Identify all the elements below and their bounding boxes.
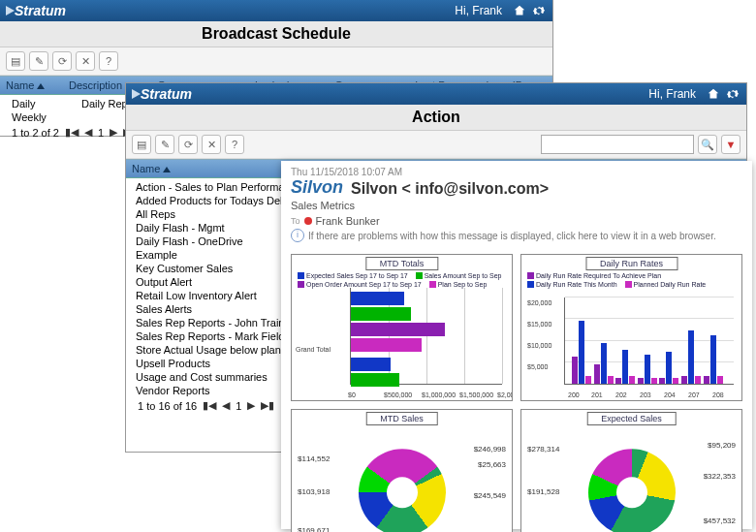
user-greeting: Hi, Frank bbox=[455, 4, 502, 17]
cancel-icon[interactable]: ✕ bbox=[76, 51, 95, 71]
settings-gear-icon[interactable] bbox=[531, 3, 547, 18]
email-to: Frank Bunker bbox=[316, 215, 380, 227]
home-icon[interactable] bbox=[512, 3, 527, 18]
new-icon[interactable]: ▤ bbox=[6, 51, 25, 71]
pager-prev-icon[interactable]: ◀ bbox=[84, 126, 92, 139]
new-icon[interactable]: ▤ bbox=[132, 135, 151, 154]
pager-next-icon[interactable]: ▶ bbox=[110, 126, 117, 139]
titlebar: Stratum Hi, Frank bbox=[126, 83, 746, 105]
presence-dot-icon bbox=[304, 217, 312, 225]
chart-title: MTD Sales bbox=[365, 412, 438, 425]
brand-logo: Silvon bbox=[291, 177, 343, 198]
email-to-row: To Frank Bunker bbox=[291, 215, 742, 227]
chart-expected-sales: Expected Sales $278,314 $191,528 $95,209… bbox=[520, 409, 742, 532]
pager-text: 1 to 16 of 16 bbox=[138, 400, 197, 412]
chart-daily-run-rates: Daily Run Rates Daily Run Rate Required … bbox=[520, 254, 742, 401]
help-icon[interactable]: ? bbox=[225, 135, 244, 154]
titlebar: Stratum Hi, Frank bbox=[0, 0, 552, 21]
brand-name: Stratum bbox=[141, 86, 192, 102]
pager-text: 1 to 2 of 2 bbox=[12, 127, 59, 139]
search-icon[interactable]: 🔍 bbox=[698, 135, 717, 154]
brand-arrow-icon bbox=[132, 89, 141, 99]
edit-icon[interactable]: ✎ bbox=[29, 51, 48, 71]
chart-mtd-sales: MTD Sales $114,552 $103,918 $169,671 $24… bbox=[291, 409, 513, 532]
email-timestamp: Thu 11/15/2018 10:07 AM bbox=[291, 167, 742, 177]
chart-title: Daily Run Rates bbox=[585, 257, 677, 270]
chart-mtd-totals: MTD Totals Expected Sales Sep 17 to Sep … bbox=[291, 254, 513, 401]
refresh-icon[interactable]: ⟳ bbox=[52, 51, 72, 71]
settings-gear-icon[interactable] bbox=[725, 86, 740, 102]
email-preview-pane: Thu 11/15/2018 10:07 AM Silvon Silvon < … bbox=[281, 161, 752, 529]
cancel-icon[interactable]: ✕ bbox=[202, 135, 221, 154]
brand-arrow-icon bbox=[6, 6, 15, 16]
chart-title: MTD Totals bbox=[365, 257, 438, 270]
sort-asc-icon bbox=[37, 83, 45, 89]
chart-plot-area bbox=[350, 288, 502, 385]
user-greeting: Hi, Frank bbox=[648, 87, 696, 101]
brand-name: Stratum bbox=[15, 3, 66, 18]
page-title: Action bbox=[126, 105, 746, 131]
home-icon[interactable] bbox=[706, 86, 721, 102]
pager-next-icon[interactable]: ▶ bbox=[247, 399, 255, 412]
search-input[interactable] bbox=[541, 135, 694, 154]
email-body: MTD Totals Expected Sales Sep 17 to Sep … bbox=[281, 248, 752, 532]
pager-prev-icon[interactable]: ◀ bbox=[222, 399, 230, 412]
page-title: Broadcast Schedule bbox=[0, 21, 552, 47]
pager-first-icon[interactable]: ▮◀ bbox=[203, 399, 216, 412]
pager-last-icon[interactable]: ▶▮ bbox=[261, 399, 274, 412]
toolbar: ▤ ✎ ⟳ ✕ ? bbox=[0, 47, 552, 76]
filter-icon[interactable]: ▼ bbox=[721, 135, 740, 154]
info-icon: i bbox=[291, 229, 304, 242]
donut-icon bbox=[359, 449, 446, 532]
col-name[interactable]: Name bbox=[0, 77, 63, 94]
help-icon[interactable]: ? bbox=[99, 51, 118, 71]
edit-icon[interactable]: ✎ bbox=[155, 135, 174, 154]
email-from: Silvon < info@silvon.com> bbox=[351, 180, 549, 198]
pager-first-icon[interactable]: ▮◀ bbox=[65, 126, 79, 139]
email-render-note[interactable]: i If there are problems with how this me… bbox=[291, 229, 742, 242]
pager-page: 1 bbox=[98, 127, 104, 139]
chart-title: Expected Sales bbox=[586, 412, 677, 425]
sort-asc-icon bbox=[163, 167, 171, 172]
email-header: Thu 11/15/2018 10:07 AM Silvon Silvon < … bbox=[281, 161, 752, 248]
toolbar: ▤ ✎ ⟳ ✕ ? 🔍 ▼ bbox=[126, 131, 746, 159]
pager-page: 1 bbox=[236, 400, 241, 412]
donut-icon bbox=[588, 449, 676, 532]
chart-plot-area bbox=[564, 297, 734, 385]
refresh-icon[interactable]: ⟳ bbox=[178, 135, 198, 154]
email-subject: Sales Metrics bbox=[291, 200, 742, 211]
